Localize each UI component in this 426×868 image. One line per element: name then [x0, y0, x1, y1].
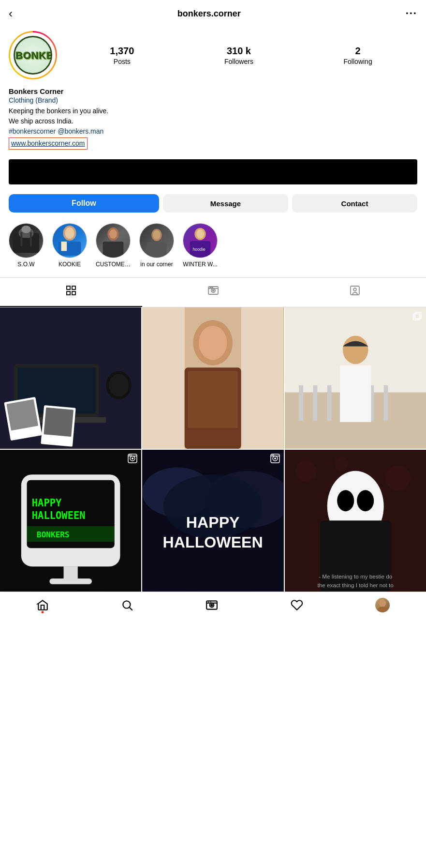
svg-point-108: [377, 607, 388, 612]
svg-text:HAPPY: HAPPY: [186, 514, 240, 531]
svg-point-92: [385, 466, 411, 491]
home-icon: [36, 599, 49, 611]
svg-point-66: [131, 455, 132, 456]
svg-text:BONKERS: BONKERS: [37, 531, 70, 540]
svg-point-28: [210, 287, 211, 288]
grid-item-1[interactable]: [0, 307, 141, 449]
nav-avatar: [375, 598, 390, 612]
reel-badge-4: [128, 454, 137, 466]
grid-item-4[interactable]: HAPPY HALLOWEEN BONKERS: [0, 450, 141, 591]
svg-text:HALLOWEEN: HALLOWEEN: [163, 533, 263, 551]
svg-rect-49: [415, 312, 421, 319]
svg-point-12: [109, 229, 117, 239]
highlight-label-kookie: KOOKIE: [59, 261, 81, 268]
svg-text:BONKERS: BONKERS: [16, 50, 51, 61]
nav-reels[interactable]: [206, 599, 218, 611]
stats-container: 1,370 Posts 310 k Followers 2 Following: [65, 46, 417, 65]
more-options-button[interactable]: ···: [406, 7, 417, 20]
nav-home[interactable]: [36, 599, 49, 611]
multi-badge: [412, 311, 422, 323]
svg-rect-21: [72, 286, 75, 289]
reels-icon: [207, 285, 219, 299]
grid-item-3[interactable]: [285, 307, 426, 449]
svg-rect-53: [313, 385, 317, 421]
svg-rect-54: [327, 385, 331, 421]
svg-point-25: [211, 289, 215, 292]
grid-item-6[interactable]: - Me listening to my bestie do the exact…: [285, 450, 426, 591]
following-label: Following: [344, 58, 372, 65]
photo-grid: HAPPY HALLOWEEN BONKERS: [0, 307, 426, 592]
tab-bar: [0, 277, 426, 307]
svg-line-100: [130, 608, 132, 610]
svg-point-107: [379, 599, 386, 607]
username-header: bonkers.corner: [177, 9, 241, 19]
highlight-kookie[interactable]: KOOKIE: [52, 223, 87, 268]
svg-point-18: [196, 229, 204, 239]
svg-point-91: [334, 457, 348, 471]
svg-point-7: [65, 228, 74, 239]
following-stat[interactable]: 2 Following: [344, 46, 372, 65]
svg-rect-47: [188, 371, 237, 428]
svg-rect-96: [320, 521, 391, 592]
highlights-section: S.O.W KOOKIE CUSTOMER...: [0, 217, 426, 274]
bio-hashtags[interactable]: #bonkerscorner @bonkers.man: [9, 127, 103, 135]
search-icon: [121, 599, 133, 611]
posts-count: 1,370: [110, 46, 134, 57]
avatar[interactable]: BONKERS: [9, 31, 57, 79]
svg-point-105: [208, 601, 209, 602]
svg-text:HAPPY: HAPPY: [32, 497, 62, 509]
highlight-customer[interactable]: CUSTOMER...: [96, 223, 131, 268]
svg-rect-23: [72, 291, 75, 295]
posts-stat[interactable]: 1,370 Posts: [110, 46, 134, 65]
followers-stat[interactable]: 310 k Followers: [224, 46, 253, 65]
category[interactable]: Clothing (Brand): [9, 96, 417, 104]
nav-heart[interactable]: [291, 599, 303, 611]
action-buttons: Follow Message Contact: [0, 189, 426, 217]
svg-point-26: [212, 290, 214, 291]
svg-rect-48: [413, 314, 420, 320]
svg-rect-30: [351, 286, 359, 295]
svg-text:hoodie: hoodie: [192, 247, 205, 252]
svg-point-78: [274, 457, 276, 459]
highlight-winter[interactable]: hoodie WINTER W...: [183, 223, 218, 268]
highlight-label-customer: CUSTOMER...: [96, 261, 131, 268]
svg-point-81: [273, 455, 274, 456]
svg-point-31: [353, 288, 356, 291]
svg-point-103: [211, 604, 213, 606]
svg-rect-75: [49, 579, 92, 584]
svg-point-63: [132, 457, 133, 459]
tab-grid[interactable]: [0, 278, 142, 307]
header: ‹ bonkers.corner ···: [0, 0, 426, 25]
svg-point-29: [212, 287, 213, 288]
svg-point-80: [272, 455, 273, 456]
tab-tagged[interactable]: [284, 278, 426, 307]
posts-label: Posts: [114, 58, 131, 65]
svg-rect-9: [61, 242, 67, 251]
profile-picture: BONKERS: [14, 36, 52, 75]
svg-rect-52: [299, 385, 303, 421]
back-button[interactable]: ‹: [9, 7, 13, 20]
svg-point-3: [21, 226, 30, 233]
svg-point-41: [109, 374, 129, 396]
highlight-corner[interactable]: in our corner: [139, 223, 174, 268]
svg-rect-60: [340, 365, 371, 422]
follow-button[interactable]: Follow: [9, 194, 159, 213]
nav-profile[interactable]: [375, 598, 390, 612]
tagged-icon: [349, 285, 361, 299]
grid-item-5[interactable]: HAPPY HALLOWEEN: [142, 450, 283, 591]
svg-point-99: [123, 601, 130, 608]
bio-link[interactable]: www.bonkerscorner.com: [9, 137, 88, 150]
display-name: Bonkers Corner: [9, 87, 417, 95]
heart-icon: [291, 599, 303, 611]
highlight-sow[interactable]: S.O.W: [9, 223, 44, 268]
svg-point-65: [129, 455, 130, 456]
grid-item-2[interactable]: [142, 307, 283, 449]
message-button[interactable]: Message: [163, 194, 288, 213]
nav-search[interactable]: [121, 599, 133, 611]
tab-reels[interactable]: [142, 278, 284, 307]
svg-rect-58: [383, 385, 388, 421]
svg-point-94: [337, 490, 354, 512]
svg-rect-37: [6, 399, 38, 431]
contact-button[interactable]: Contact: [292, 194, 417, 213]
svg-point-106: [210, 601, 211, 602]
